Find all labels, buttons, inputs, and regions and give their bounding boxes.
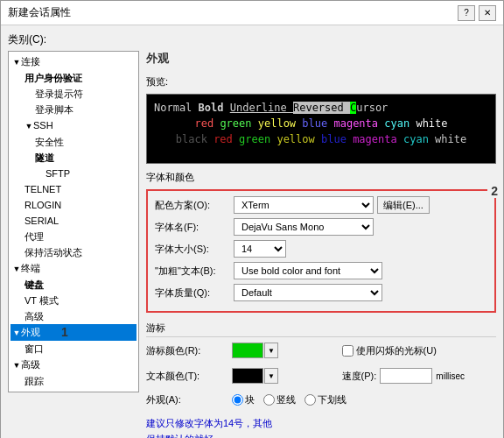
bold-text-row: "加粗"文本(B): Use bold color and font Use b… [155, 262, 487, 279]
tree-item-proxy[interactable]: 代理 [10, 229, 136, 244]
radio-vline[interactable]: 竖线 [263, 393, 296, 406]
tree-item-auth[interactable]: 用户身份验证 [10, 70, 136, 86]
tree-item-vt[interactable]: VT 模式 [10, 293, 136, 308]
tip-line1: 建议只修改字体为14号，其他 [146, 416, 496, 432]
tree-item-telnet[interactable]: TELNET [10, 181, 136, 197]
font-name-control: DejaVu Sans Mono [234, 218, 487, 236]
main-area: ▼连接 用户身份验证 登录提示符 登录脚本 ▼SSH 安全性 隧道 SFTP T… [8, 51, 496, 438]
blink-checkbox-area: 使用闪烁的光标(U) [342, 344, 496, 357]
font-color-label: 字体和颜色 [146, 171, 496, 184]
cursor-color-row: 游标颜色(R): ▼ 使用闪烁的光标(U) [146, 343, 496, 358]
quality-select[interactable]: Default Anti-alias Mono [234, 284, 382, 301]
tree-item-blink[interactable]: 跟踪 [10, 373, 136, 389]
millisec-label: millisec [436, 371, 465, 381]
cursor-appearance-row: 外观(A): 块 竖线 下划线 [146, 393, 496, 406]
preview-normal: Normal [154, 102, 199, 114]
radio-underline-input[interactable] [304, 394, 316, 406]
blink-checkbox[interactable] [342, 345, 354, 357]
tree-item-rlogin[interactable]: RLOGIN [10, 197, 136, 213]
cursor-color-arrow[interactable]: ▼ [264, 343, 278, 358]
radio-underline[interactable]: 下划线 [304, 393, 346, 406]
preview-line2: red green yellow blue magenta cyan white [154, 116, 488, 131]
scheme-row: 配色方案(O): XTerm 编辑(E)... [155, 196, 487, 214]
quality-label: 字体质量(Q): [155, 286, 234, 300]
scheme-select[interactable]: XTerm [234, 196, 374, 214]
radio-block-label: 块 [245, 393, 255, 406]
radio-block-input[interactable] [232, 394, 243, 406]
scheme-label: 配色方案(O): [155, 199, 234, 212]
expand-icon-advanced2: ▼ [12, 358, 21, 372]
font-name-label: 字体名(F): [155, 221, 234, 234]
quality-control: Default Anti-alias Mono [234, 284, 487, 301]
cursor-section-header: 游标 [146, 321, 496, 337]
bold-text-control: Use bold color and font Use bold font Us… [234, 262, 487, 279]
text-color-row: 文本颜色(T): ▼ 速度(P): millisec [146, 368, 496, 384]
tree-item-login-script[interactable]: 登录脚本 [10, 102, 136, 117]
cursor-appearance-label: 外观(A): [146, 393, 225, 406]
bold-text-label: "加粗"文本(B): [155, 265, 234, 278]
badge-2: 2 [487, 184, 501, 198]
font-size-row: 字体大小(S): 14 10 12 16 [155, 240, 487, 258]
preview-bold: Bold [199, 102, 230, 114]
tree-item-connect[interactable]: ▼连接 [10, 53, 136, 70]
dialog: 新建会话属性 ? ✕ 类别(C): ▼连接 用户身份验证 登录提示符 登录脚本 … [0, 0, 504, 438]
tree-item-log[interactable]: 日志记录 [10, 389, 136, 392]
text-color-btn[interactable] [232, 368, 263, 384]
radio-underline-label: 下划线 [318, 393, 346, 406]
font-size-label: 字体大小(S): [155, 243, 234, 256]
font-name-row: 字体名(F): DejaVu Sans Mono [155, 218, 487, 236]
dialog-body: 类别(C): ▼连接 用户身份验证 登录提示符 登录脚本 ▼SSH 安全性 隧道… [1, 25, 503, 438]
tree-item-login-prompts[interactable]: 登录提示符 [10, 86, 136, 102]
tree-panel[interactable]: ▼连接 用户身份验证 登录提示符 登录脚本 ▼SSH 安全性 隧道 SFTP T… [8, 51, 139, 392]
cursor-color-control: ▼ [232, 343, 335, 358]
radio-vline-input[interactable] [263, 394, 275, 406]
expand-icon-terminal: ▼ [12, 262, 21, 276]
tree-item-serial[interactable]: SERIAL [10, 213, 136, 229]
category-label: 类别(C): [8, 32, 496, 47]
radio-block[interactable]: 块 [232, 393, 255, 406]
cursor-color-btn[interactable] [232, 343, 263, 358]
tip-line2: 保持默认的就好。 [146, 432, 496, 438]
tree-item-ssh[interactable]: ▼SSH [10, 117, 136, 134]
tree-item-terminal[interactable]: ▼终端 [10, 260, 136, 277]
cursor-appearance-radios: 块 竖线 下划线 [232, 393, 346, 406]
blink-label[interactable]: 使用闪烁的光标(U) [342, 344, 437, 357]
quality-row: 字体质量(Q): Default Anti-alias Mono [155, 284, 487, 301]
tree-item-keepalive[interactable]: 保持活动状态 [10, 244, 136, 260]
expand-icon-connect: ▼ [12, 55, 21, 69]
tree-item-appearance[interactable]: ▼外观 [10, 324, 136, 341]
title-bar-buttons: ? ✕ [458, 5, 496, 21]
preview-line1: Normal Bold Underline Reversed Cursor [154, 100, 488, 116]
tree-item-advanced[interactable]: 高级 [10, 308, 136, 324]
tree-item-window[interactable]: 窗口 [10, 341, 136, 357]
font-size-control: 14 10 12 16 [234, 240, 487, 258]
close-button[interactable]: ✕ [479, 5, 496, 21]
tree-item-tunnel[interactable]: 隧道 [10, 150, 136, 166]
speed-input[interactable] [380, 368, 432, 384]
expand-icon-ssh: ▼ [24, 119, 33, 133]
help-button[interactable]: ? [458, 5, 475, 21]
tree-item-keyboard[interactable]: 键盘 [10, 277, 136, 293]
title-bar: 新建会话属性 ? ✕ [1, 1, 503, 25]
preview-line3: black red green yellow blue magenta cyan… [154, 131, 488, 147]
radio-vline-label: 竖线 [276, 393, 296, 406]
text-color-arrow[interactable]: ▼ [264, 368, 278, 384]
blink-label-text: 使用闪烁的光标(U) [356, 344, 437, 357]
right-panel: 外观 预览: Normal Bold Underline Reversed Cu… [146, 51, 496, 438]
font-name-select[interactable]: DejaVu Sans Mono [234, 218, 374, 236]
cursor-color-label: 游标颜色(R): [146, 344, 225, 357]
tree-item-advanced2[interactable]: ▼高级 [10, 357, 136, 373]
scheme-edit-button[interactable]: 编辑(E)... [377, 196, 430, 214]
expand-icon-appearance: ▼ [12, 326, 21, 340]
tree-item-sftp[interactable]: SFTP [10, 166, 136, 181]
tree-item-security[interactable]: 安全性 [10, 134, 136, 150]
text-color-label: 文本颜色(T): [146, 370, 225, 383]
text-color-control: ▼ [232, 368, 335, 384]
bold-text-select[interactable]: Use bold color and font Use bold font Us… [234, 262, 382, 279]
speed-area: 速度(P): millisec [342, 368, 496, 384]
preview-label: 预览: [146, 75, 496, 88]
speed-label: 速度(P): [342, 370, 377, 383]
badge-1: 1 [61, 325, 68, 339]
font-size-select[interactable]: 14 10 12 16 [234, 240, 286, 258]
font-color-section: 2 配色方案(O): XTerm 编辑(E)... 字体名(F): [146, 189, 496, 313]
